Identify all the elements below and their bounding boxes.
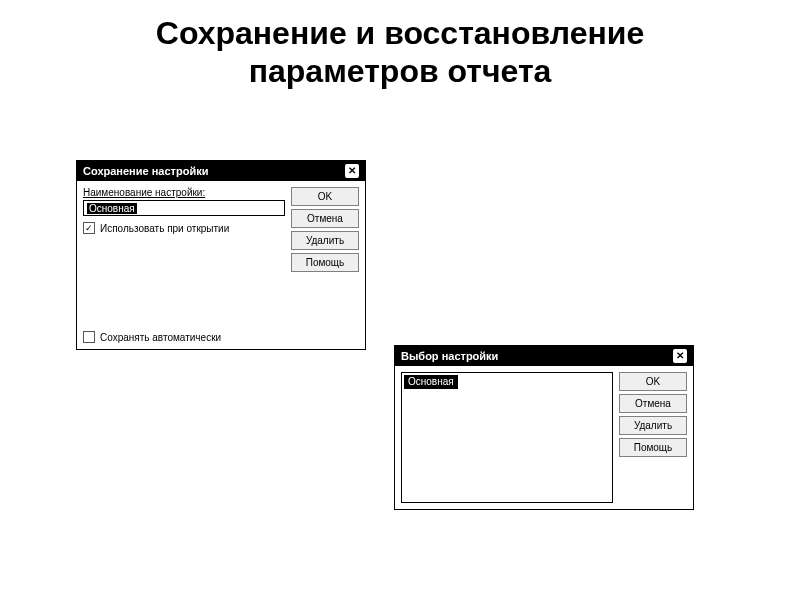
select-dialog-title: Выбор настройки — [401, 346, 498, 366]
close-icon[interactable]: ✕ — [345, 164, 359, 178]
cancel-button[interactable]: Отмена — [619, 394, 687, 413]
list-item[interactable]: Основная — [404, 375, 458, 389]
delete-button[interactable]: Удалить — [291, 231, 359, 250]
auto-save-checkbox[interactable] — [83, 331, 95, 343]
use-on-open-checkbox[interactable]: ✓ — [83, 222, 95, 234]
select-dialog-titlebar[interactable]: Выбор настройки ✕ — [395, 346, 693, 366]
use-on-open-row[interactable]: ✓ Использовать при открытии — [83, 222, 285, 234]
save-dialog-titlebar[interactable]: Сохранение настройки ✕ — [77, 161, 365, 181]
name-input-value: Основная — [87, 203, 137, 214]
settings-listbox[interactable]: Основная — [401, 372, 613, 503]
help-button[interactable]: Помощь — [291, 253, 359, 272]
ok-button[interactable]: OK — [291, 187, 359, 206]
slide-title: Сохранение и восстановление параметров о… — [0, 14, 800, 91]
auto-save-label: Сохранять автоматически — [100, 332, 221, 343]
name-input[interactable]: Основная — [83, 200, 285, 216]
cancel-button[interactable]: Отмена — [291, 209, 359, 228]
close-icon[interactable]: ✕ — [673, 349, 687, 363]
use-on-open-label: Использовать при открытии — [100, 223, 229, 234]
help-button[interactable]: Помощь — [619, 438, 687, 457]
auto-save-row[interactable]: Сохранять автоматически — [83, 331, 285, 343]
save-dialog-title: Сохранение настройки — [83, 161, 208, 181]
name-label: Наименование настройки: — [83, 187, 285, 198]
save-settings-dialog: Сохранение настройки ✕ Наименование наст… — [76, 160, 366, 350]
slide-title-line1: Сохранение и восстановление — [156, 15, 644, 51]
delete-button[interactable]: Удалить — [619, 416, 687, 435]
select-settings-dialog: Выбор настройки ✕ Основная OK Отмена Уда… — [394, 345, 694, 510]
slide-title-line2: параметров отчета — [249, 53, 552, 89]
ok-button[interactable]: OK — [619, 372, 687, 391]
